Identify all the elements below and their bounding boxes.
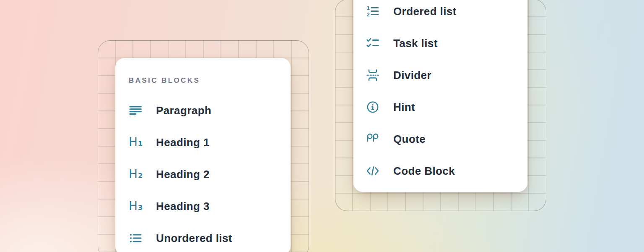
menu-item-label: Heading 2 (156, 168, 210, 181)
heading-icon-sub: 2 (138, 173, 143, 179)
more-blocks-menu: 1 2 Ordered list Task list (353, 0, 527, 192)
hint-icon (366, 100, 380, 114)
heading-3-icon: H3 (129, 200, 143, 212)
menu-item-quote[interactable]: Quote (366, 123, 527, 155)
menu-item-label: Quote (393, 133, 426, 146)
heading-icon-sub: 3 (138, 205, 143, 211)
menu-item-paragraph[interactable]: Paragraph (129, 94, 291, 126)
menu-item-label: Ordered list (393, 5, 457, 18)
task-list-icon (366, 37, 380, 50)
menu-item-label: Divider (393, 69, 431, 82)
code-block-icon (366, 164, 380, 178)
menu-item-heading-2[interactable]: H2 Heading 2 (129, 158, 291, 190)
heading-1-icon: H1 (129, 136, 143, 148)
menu-item-label: Hint (393, 101, 415, 114)
editor-blocks-hero: BASIC BLOCKS Paragraph H1 Heading 1 H2 (0, 0, 644, 252)
menu-item-label: Unordered list (156, 232, 232, 245)
menu-item-label: Paragraph (156, 104, 211, 117)
menu-item-label: Heading 3 (156, 200, 210, 213)
menu-item-divider[interactable]: Divider (366, 59, 527, 91)
heading-icon-letter: H (129, 200, 138, 212)
ordered-list-icon: 1 2 (366, 5, 380, 18)
heading-icon-letter: H (129, 168, 138, 180)
section-label: BASIC BLOCKS (129, 76, 291, 85)
menu-item-hint[interactable]: Hint (366, 91, 527, 123)
heading-2-icon: H2 (129, 168, 143, 180)
unordered-list-icon (129, 231, 143, 245)
divider-icon (366, 68, 380, 82)
menu-item-label: Heading 1 (156, 136, 210, 149)
basic-blocks-menu: BASIC BLOCKS Paragraph H1 Heading 1 H2 (115, 58, 291, 252)
svg-text:2: 2 (367, 12, 370, 18)
menu-item-label: Task list (393, 37, 438, 50)
menu-item-heading-3[interactable]: H3 Heading 3 (129, 190, 291, 222)
menu-item-label: Code Block (393, 165, 455, 178)
basic-blocks-list: Paragraph H1 Heading 1 H2 Heading 2 H3 H… (129, 94, 291, 252)
quote-icon (366, 132, 380, 146)
svg-text:1: 1 (367, 5, 370, 11)
menu-item-task-list[interactable]: Task list (366, 27, 527, 59)
menu-item-heading-1[interactable]: H1 Heading 1 (129, 126, 291, 158)
heading-icon-letter: H (129, 136, 138, 148)
more-blocks-list: 1 2 Ordered list Task list (366, 0, 527, 187)
heading-icon-sub: 1 (138, 141, 143, 147)
paragraph-icon (129, 104, 143, 117)
menu-item-ordered-list[interactable]: 1 2 Ordered list (366, 0, 527, 27)
menu-item-unordered-list[interactable]: Unordered list (129, 222, 291, 252)
menu-item-code-block[interactable]: Code Block (366, 155, 527, 187)
